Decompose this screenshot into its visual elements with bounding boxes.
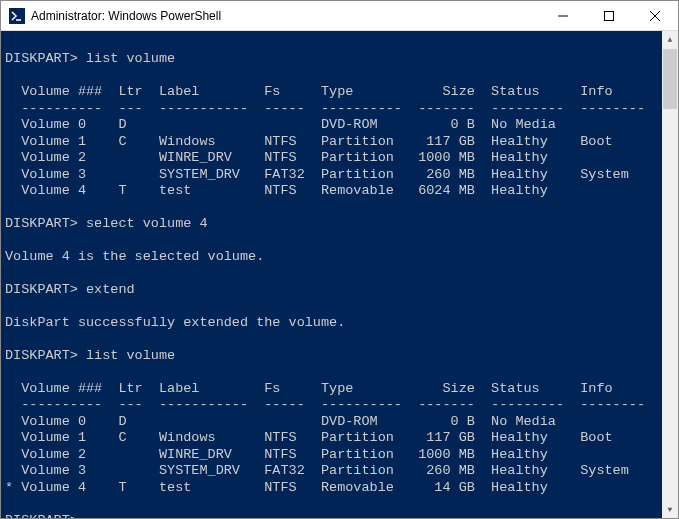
terminal-line: Volume 1 C Windows NTFS Partition 117 GB… — [5, 134, 678, 150]
window-controls — [540, 1, 678, 30]
scrollbar[interactable]: ▲ ▼ — [662, 31, 678, 518]
scrollbar-thumb[interactable] — [663, 49, 677, 109]
svg-rect-2 — [605, 12, 614, 21]
terminal-line: DISKPART> extend — [5, 282, 678, 298]
titlebar[interactable]: Administrator: Windows PowerShell — [1, 1, 678, 31]
terminal-line: Volume 3 SYSTEM_DRV FAT32 Partition 260 … — [5, 463, 678, 479]
terminal-line: Volume 2 WINRE_DRV NTFS Partition 1000 M… — [5, 447, 678, 463]
close-button[interactable] — [632, 1, 678, 31]
terminal-line — [5, 331, 678, 347]
terminal-output: DISKPART> list volume Volume ### Ltr Lab… — [5, 35, 678, 518]
terminal-line: ---------- --- ----------- ----- -------… — [5, 397, 678, 413]
terminal-line: DiskPart successfully extended the volum… — [5, 315, 678, 331]
terminal-line — [5, 35, 678, 51]
terminal-line: Volume 4 is the selected volume. — [5, 249, 678, 265]
terminal-line — [5, 266, 678, 282]
scroll-down-icon[interactable]: ▼ — [662, 501, 678, 518]
terminal-prompt-line: DISKPART> — [5, 513, 678, 518]
maximize-button[interactable] — [586, 1, 632, 31]
terminal-area[interactable]: DISKPART> list volume Volume ### Ltr Lab… — [1, 31, 678, 518]
powershell-icon — [9, 8, 25, 24]
terminal-line — [5, 233, 678, 249]
terminal-line — [5, 299, 678, 315]
terminal-line: DISKPART> list volume — [5, 348, 678, 364]
terminal-line: Volume 3 SYSTEM_DRV FAT32 Partition 260 … — [5, 167, 678, 183]
terminal-line — [5, 496, 678, 512]
terminal-line: Volume ### Ltr Label Fs Type Size Status… — [5, 381, 678, 397]
window-title: Administrator: Windows PowerShell — [31, 9, 540, 23]
terminal-line: Volume 0 D DVD-ROM 0 B No Media — [5, 117, 678, 133]
terminal-line: Volume ### Ltr Label Fs Type Size Status… — [5, 84, 678, 100]
terminal-line — [5, 364, 678, 380]
terminal-line: Volume 0 D DVD-ROM 0 B No Media — [5, 414, 678, 430]
terminal-line — [5, 200, 678, 216]
terminal-line: * Volume 4 T test NTFS Removable 14 GB H… — [5, 480, 678, 496]
terminal-line: Volume 1 C Windows NTFS Partition 117 GB… — [5, 430, 678, 446]
terminal-line: Volume 4 T test NTFS Removable 6024 MB H… — [5, 183, 678, 199]
terminal-line — [5, 68, 678, 84]
terminal-line: DISKPART> select volume 4 — [5, 216, 678, 232]
terminal-line: DISKPART> list volume — [5, 51, 678, 67]
terminal-line: ---------- --- ----------- ----- -------… — [5, 101, 678, 117]
scroll-up-icon[interactable]: ▲ — [662, 31, 678, 48]
terminal-line: Volume 2 WINRE_DRV NTFS Partition 1000 M… — [5, 150, 678, 166]
minimize-button[interactable] — [540, 1, 586, 31]
